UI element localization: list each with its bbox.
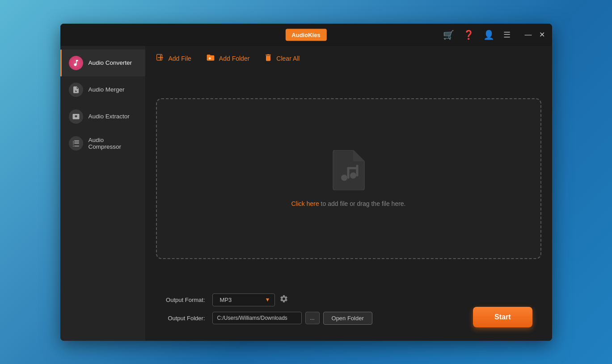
svg-point-1 [341,175,347,181]
format-row: Output Format: MP3 AAC WAV FLAC OGG ▼ [156,293,541,306]
browse-button[interactable]: ... [305,312,320,324]
format-select[interactable]: MP3 AAC WAV FLAC OGG [212,293,275,306]
add-file-label: Add File [169,55,191,62]
clear-all-button[interactable]: Clear All [264,53,300,64]
start-btn-wrapper: Start [473,307,532,327]
audio-converter-icon [69,56,83,70]
output-format-label: Output Format: [156,297,205,303]
sidebar-item-audio-converter[interactable]: Audio Converter [60,50,145,76]
add-folder-button[interactable]: Add Folder [206,53,249,64]
main-content: Add File Add Folder Clear All [145,46,552,341]
add-folder-icon [206,53,215,64]
audio-extractor-icon [69,109,83,124]
folder-path-input[interactable] [212,312,302,324]
title-bar-actions: 🛒 ❓ 👤 ☰ — ✕ [443,29,545,40]
title-bar: AudioKies 🛒 ❓ 👤 ☰ — ✕ [60,24,552,46]
drop-zone-hint: Click here to add file or drag the file … [291,200,405,207]
svg-rect-0 [156,54,162,60]
sidebar-label-audio-compressor: Audio Compressor [89,137,138,150]
minimize-button[interactable]: — [525,31,532,38]
title-controls: — ✕ [525,31,545,38]
format-select-wrapper: MP3 AAC WAV FLAC OGG ▼ [212,293,288,306]
output-folder-label: Output Folder: [156,315,205,322]
sidebar-item-audio-compressor[interactable]: Audio Compressor [60,130,145,157]
sidebar-label-audio-converter: Audio Converter [89,59,132,66]
user-icon[interactable]: 👤 [483,29,494,40]
audio-merger-icon [69,83,83,97]
sidebar: Audio Converter Audio Merger Audio Extra… [60,46,145,341]
format-select-container: MP3 AAC WAV FLAC OGG ▼ [212,293,275,306]
sidebar-item-audio-merger[interactable]: Audio Merger [60,76,145,103]
add-folder-label: Add Folder [219,55,249,62]
sidebar-label-audio-merger: Audio Merger [89,86,125,93]
toolbar: Add File Add Folder Clear All [145,46,552,71]
cart-icon[interactable]: 🛒 [443,29,454,40]
svg-rect-5 [347,167,358,169]
drop-zone-click: Click here [291,200,319,207]
app-logo: AudioKies [285,29,326,41]
clear-all-label: Clear All [276,55,300,62]
menu-icon[interactable]: ☰ [503,30,511,40]
sidebar-item-audio-extractor[interactable]: Audio Extractor [60,103,145,130]
folder-input-group: ... Open Folder [212,312,372,325]
drop-zone[interactable]: Click here to add file or drag the file … [156,98,541,259]
svg-point-2 [350,172,356,179]
app-window: AudioKies 🛒 ❓ 👤 ☰ — ✕ Audio Converter [60,24,552,341]
sidebar-label-audio-extractor: Audio Extractor [89,113,130,120]
drop-zone-container: Click here to add file or drag the file … [145,71,552,286]
app-body: Audio Converter Audio Merger Audio Extra… [60,46,552,341]
start-button[interactable]: Start [473,307,532,327]
settings-button[interactable] [279,294,288,305]
add-file-icon [156,53,165,64]
open-folder-button[interactable]: Open Folder [323,312,372,325]
help-icon[interactable]: ❓ [463,29,474,40]
drop-zone-text: Click here to add file or drag the file … [291,200,405,207]
svg-rect-4 [356,165,358,176]
audio-compressor-icon [69,136,83,151]
add-file-button[interactable]: Add File [156,53,191,64]
drop-zone-icon [331,150,367,192]
clear-all-icon [264,53,273,64]
close-button[interactable]: ✕ [539,31,545,38]
